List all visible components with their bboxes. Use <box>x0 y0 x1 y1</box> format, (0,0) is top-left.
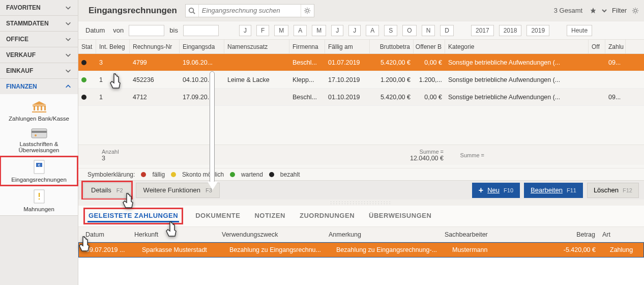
legend-dot-skonto-icon <box>171 172 176 177</box>
anzahl-label: Anzahl <box>102 149 140 155</box>
gear-icon <box>304 7 311 14</box>
sidebar-group-stammdaten[interactable]: STAMMDATEN <box>0 16 78 31</box>
pcell-verw: Bezahlung zu Eingangsrechnu... <box>222 246 329 253</box>
today-button[interactable]: Heute <box>567 25 592 36</box>
cell-off2 <box>589 89 605 105</box>
col-eingangsdatum[interactable]: Eingangsda <box>180 40 224 53</box>
grid-row[interactable]: 3 4799 19.06.20... Beschl... 01.07.2019 … <box>78 54 644 71</box>
month-mar[interactable]: M <box>274 25 288 36</box>
col-kategorie[interactable]: Kategorie <box>445 40 589 53</box>
tab-ueberweisungen[interactable]: ÜBERWEISUNGEN <box>368 212 432 221</box>
col-firmenname[interactable]: Firmenna <box>289 40 325 53</box>
cell-offen: 0,00 € <box>414 89 445 105</box>
month-feb[interactable]: F <box>256 25 269 36</box>
col-zahlung[interactable]: Zahlu <box>605 40 626 53</box>
sidebar-item-zahlungen-bank-kasse[interactable]: Zahlungen Bank/Kasse <box>0 97 78 125</box>
filter-chevron[interactable] <box>602 8 607 13</box>
payment-row[interactable]: 09.07.2019 ... Sparkasse Musterstadt Bez… <box>78 242 644 258</box>
month-may[interactable]: M <box>312 25 326 36</box>
month-jan[interactable]: J <box>239 25 251 36</box>
month-jul[interactable]: J <box>348 25 361 36</box>
status-dot-icon <box>81 77 86 82</box>
month-dec[interactable]: D <box>440 25 454 36</box>
sidebar-group-verkauf[interactable]: VERKAUF <box>0 47 78 63</box>
loesch-label: Löschen <box>594 186 619 194</box>
weitere-funktionen-button[interactable]: Weitere Funktionen F3 <box>136 183 220 198</box>
warning-doc-icon <box>32 189 46 204</box>
col-status[interactable]: Stat <box>78 40 96 53</box>
sidebar-item-mahnungen[interactable]: Mahnungen <box>0 186 78 215</box>
grid-row[interactable]: 1 4712 17.09.20... Beschl... 01.10.2019 … <box>78 89 644 106</box>
pcol-datum[interactable]: Datum <box>78 231 134 238</box>
col-namenszusatz[interactable]: Namenszusatz <box>224 40 289 53</box>
date-to-input[interactable] <box>183 25 219 36</box>
sidebar-group-office[interactable]: OFFICE <box>0 32 78 47</box>
search-settings-button[interactable] <box>301 5 314 17</box>
details-button[interactable]: Details F2 <box>83 183 131 198</box>
year-2017[interactable]: 2017 <box>471 25 494 36</box>
date-from-input[interactable] <box>129 25 164 36</box>
month-oct[interactable]: O <box>402 25 416 36</box>
plus-icon: + <box>479 186 483 195</box>
wf-label: Weitere Funktionen <box>143 186 201 194</box>
loeschen-button[interactable]: Löschen F12 <box>587 183 639 198</box>
cell-eing: 17.09.20... <box>180 89 224 105</box>
invoice-icon: € <box>32 159 46 175</box>
pane-resize-handle[interactable]: :::::::::::::::::::::: <box>78 200 644 206</box>
tab-geleistete-zahlungen[interactable]: GELEISTETE ZAHLUNGEN <box>87 212 179 222</box>
chevron-down-icon <box>602 8 607 13</box>
pcol-anmerkung[interactable]: Anmerkung <box>329 231 445 238</box>
cell-faellig: 01.10.2019 <box>325 89 370 105</box>
chevron-down-icon <box>65 4 72 11</box>
sidebar-item-eingangsrechnungen[interactable]: € Eingangsrechnungen <box>0 156 78 186</box>
col-int-beleg[interactable]: Int. Beleg <box>96 40 130 53</box>
filter-label[interactable]: Filter <box>612 7 627 14</box>
chevron-down-icon <box>65 51 72 59</box>
bearbeiten-button[interactable]: Bearbeiten F11 <box>524 183 583 198</box>
cell-brutto: 1.200,00 € <box>370 71 414 88</box>
legend-faellig: fällig <box>152 171 165 178</box>
tab-zuordnungen[interactable]: ZUORDNUNGEN <box>299 212 356 221</box>
sidebar-group-finanzen[interactable]: FINANZEN <box>0 79 78 94</box>
year-2019[interactable]: 2019 <box>526 25 549 36</box>
cell-beleg: 1 <box>96 71 130 88</box>
cell-brutto: 5.420,00 € <box>370 89 414 105</box>
month-sep[interactable]: S <box>384 25 397 36</box>
cell-off2 <box>589 71 605 88</box>
sidebar-item-lastschriften-ueberweisungen[interactable]: Lastschriften & Überweisungen <box>0 125 78 156</box>
pcol-betrag[interactable]: Betrag <box>547 231 602 238</box>
svg-rect-1 <box>32 131 47 133</box>
legend-wartend: wartend <box>241 171 263 178</box>
neu-button[interactable]: + Neu F10 <box>472 183 520 198</box>
sidebar-group-favoriten[interactable]: FAVORITEN <box>0 0 78 15</box>
tab-dokumente[interactable]: DOKUMENTE <box>194 212 241 221</box>
pin-button[interactable] <box>590 7 597 14</box>
legend-title: Symbolerklärung: <box>87 171 135 178</box>
pcol-sachbearbeiter[interactable]: Sachbearbeiter <box>445 231 547 238</box>
search-button[interactable] <box>186 5 199 17</box>
cell-off2 <box>589 54 605 71</box>
month-aug[interactable]: A <box>366 25 379 36</box>
legend-skonto: Skonto möglich <box>182 171 224 178</box>
tab-notizen[interactable]: NOTIZEN <box>253 212 286 221</box>
pcol-herkunft[interactable]: Herkunft <box>134 231 222 238</box>
search-input[interactable] <box>199 7 301 14</box>
sidebar-group-einkauf[interactable]: EINKAUF <box>0 63 78 78</box>
month-apr[interactable]: A <box>294 25 307 36</box>
year-2018[interactable]: 2018 <box>499 25 522 36</box>
col-bruttobetrag[interactable]: Bruttobetra <box>370 40 414 53</box>
month-jun[interactable]: J <box>331 25 343 36</box>
filter-settings-button[interactable] <box>632 7 639 14</box>
detail-tabs: GELEISTETE ZAHLUNGEN DOKUMENTE NOTIZEN Z… <box>78 206 644 227</box>
grid-row[interactable]: 1 452236 04.10.20... Leime & Lacke Klepp… <box>78 71 644 89</box>
legend-dot-faellig-icon <box>141 172 146 177</box>
col-off[interactable]: Off <box>589 40 605 53</box>
pcol-verwendungszweck[interactable]: Verwendungszweck <box>222 231 329 238</box>
pcol-art[interactable]: Art <box>602 231 643 238</box>
chevron-down-icon <box>65 67 72 74</box>
col-offener-betrag[interactable]: Offener B <box>414 40 445 53</box>
col-rechnungs-nr[interactable]: Rechnungs-Nr <box>130 40 180 53</box>
month-nov[interactable]: N <box>422 25 435 36</box>
col-faellig-am[interactable]: Fällig am <box>325 40 370 53</box>
pcell-sach: Mustermann <box>445 246 548 253</box>
